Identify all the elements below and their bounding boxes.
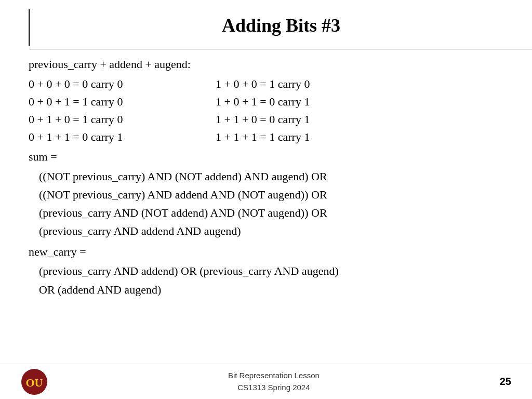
truth-cell-left-3: 0 + 1 + 1 = 0 carry 1 [29,128,216,146]
header-area: Adding Bits #3 [0,0,532,46]
truth-cell-left-0: 0 + 0 + 0 = 0 carry 0 [29,75,216,93]
new-carry-label: new_carry = [29,243,503,261]
svg-text:OU: OU [26,376,43,389]
truth-cell-right-2: 1 + 1 + 0 = 0 carry 1 [216,111,310,128]
page-number: 25 [500,376,511,388]
new-carry-line-1: OR (addend AND augend) [39,281,503,299]
footer: OU Bit Representation Lesson CS1313 Spri… [0,364,532,399]
truth-cell-left-2: 0 + 1 + 0 = 1 carry 0 [29,111,216,128]
slide: Adding Bits #3 previous_carry + addend +… [0,0,532,399]
truth-cell-right-3: 1 + 1 + 1 = 1 carry 1 [216,128,310,146]
main-content: previous_carry + addend + augend: 0 + 0 … [0,56,532,299]
sum-line-1: ((NOT previous_carry) AND addend AND (NO… [39,185,503,204]
truth-cell-left-1: 0 + 0 + 1 = 1 carry 0 [29,93,216,111]
footer-line1: Bit Representation Lesson [48,370,500,382]
sum-expression: ((NOT previous_carry) AND (NOT addend) A… [29,167,503,241]
footer-center: Bit Representation Lesson CS1313 Spring … [48,370,500,393]
truth-cell-right-0: 1 + 0 + 0 = 1 carry 0 [216,75,310,93]
ou-logo: OU [21,368,48,395]
sum-line-2: (previous_carry AND (NOT addend) AND (NO… [39,204,503,222]
table-row: 0 + 1 + 0 = 1 carry 0 1 + 1 + 0 = 0 carr… [29,111,503,128]
intro-line: previous_carry + addend + augend: [29,56,503,73]
table-row: 0 + 1 + 1 = 0 carry 1 1 + 1 + 1 = 1 carr… [29,128,503,146]
sum-line-0: ((NOT previous_carry) AND (NOT addend) A… [39,167,503,185]
header-divider [30,49,532,49]
sum-label: sum = [29,148,503,166]
truth-table: 0 + 0 + 0 = 0 carry 0 1 + 0 + 0 = 1 carr… [29,75,503,146]
sum-section: sum = ((NOT previous_carry) AND (NOT add… [29,148,503,240]
slide-title: Adding Bits #3 [222,9,340,42]
truth-cell-right-1: 1 + 0 + 1 = 0 carry 1 [216,93,310,111]
table-row: 0 + 0 + 0 = 0 carry 0 1 + 0 + 0 = 1 carr… [29,75,503,93]
new-carry-line-0: (previous_carry AND addend) OR (previous… [39,262,503,280]
footer-line2: CS1313 Spring 2024 [48,382,500,394]
header-content: Adding Bits #3 [30,9,532,46]
table-row: 0 + 0 + 1 = 1 carry 0 1 + 0 + 1 = 0 carr… [29,93,503,111]
new-carry-expression: (previous_carry AND addend) OR (previous… [29,262,503,298]
sum-line-3: (previous_carry AND addend AND augend) [39,222,503,240]
new-carry-section: new_carry = (previous_carry AND addend) … [29,243,503,298]
